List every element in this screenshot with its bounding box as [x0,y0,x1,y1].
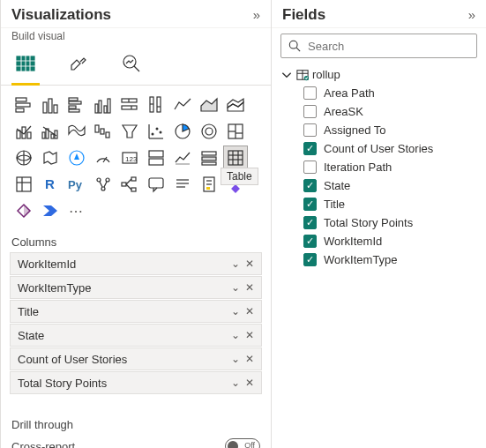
viz-azure-map[interactable] [64,146,89,170]
viz-r-visual[interactable]: R [38,172,63,197]
cross-report-toggle[interactable]: Off [225,438,260,448]
viz-py-visual[interactable]: Py [64,172,89,197]
chevron-down-icon [280,69,293,81]
viz-line-stacked-column[interactable] [11,119,36,144]
tab-analytics[interactable] [117,48,146,85]
chevron-down-icon[interactable]: ⌄ [229,281,242,294]
svg-rect-58 [149,151,163,157]
viz-stacked-area[interactable] [223,93,248,117]
viz-pie[interactable] [170,119,195,144]
field-item[interactable]: State [280,176,486,195]
viz-map[interactable] [11,146,36,170]
viz-stacked-bar[interactable] [11,93,36,117]
fields-pane: Fields » rollup Area PathAreaSKAssigned … [271,0,486,448]
column-well-item[interactable]: Title⌄✕ [10,300,262,323]
viz-multi-row-card[interactable] [144,146,168,170]
svg-rect-13 [54,105,57,113]
viz-stacked-column[interactable] [38,93,63,117]
viz-matrix[interactable] [11,172,36,197]
column-well-item[interactable]: WorkItemType⌄✕ [10,276,262,299]
svg-rect-80 [131,177,136,181]
viz-power-automate[interactable] [38,198,63,223]
field-item[interactable]: Area Path [280,84,486,102]
field-checkbox[interactable] [303,235,317,248]
column-well-item[interactable]: Count of User Stories⌄✕ [10,347,262,370]
viz-100-stacked-column[interactable] [144,93,168,117]
field-checkbox[interactable] [303,216,317,229]
remove-icon[interactable]: ✕ [243,329,256,341]
svg-rect-81 [131,188,136,191]
column-well-item[interactable]: State⌄✕ [10,324,262,347]
column-well-item[interactable]: WorkItemId⌄✕ [10,252,262,275]
field-item[interactable]: Iteration Path [280,158,486,176]
field-item[interactable]: Title [280,195,486,213]
field-checkbox[interactable] [303,123,317,137]
field-item[interactable]: Assigned To [280,121,486,139]
viz-filled-map[interactable] [38,146,63,170]
viz-treemap[interactable] [223,119,248,144]
chevron-down-icon[interactable]: ⌄ [229,258,242,270]
search-input[interactable] [306,39,469,54]
tab-build-visual[interactable] [11,48,40,86]
remove-icon[interactable]: ✕ [243,353,256,365]
search-field[interactable] [280,34,477,58]
drill-through-label: Drill through [1,414,271,435]
viz-card[interactable]: 123 [117,146,142,170]
viz-decomposition-tree[interactable] [117,172,142,197]
tab-format-visual[interactable] [64,48,93,85]
viz-table[interactable]: Table [223,146,248,170]
viz-qa[interactable] [144,172,168,197]
chevron-down-icon[interactable]: ⌄ [229,305,242,317]
chevron-down-icon[interactable]: ⌄ [229,329,242,341]
viz-donut[interactable] [197,119,221,144]
viz-kpi[interactable] [170,146,195,170]
viz-waterfall[interactable] [91,119,116,144]
viz-ribbon[interactable] [64,119,89,144]
chevron-down-icon[interactable]: ⌄ [229,377,242,389]
viz-gauge[interactable] [91,146,116,170]
remove-icon[interactable]: ✕ [243,258,256,270]
viz-line-clustered-column[interactable] [38,119,63,144]
svg-point-43 [156,128,159,131]
column-name: Count of User Stories [18,353,127,366]
field-checkbox[interactable] [303,86,317,100]
field-checkbox[interactable] [303,161,317,174]
svg-rect-32 [27,132,31,138]
field-item[interactable]: WorkItemId [280,232,486,250]
table-rollup[interactable]: rollup [280,65,486,84]
collapse-visualizations-icon[interactable]: » [251,5,262,24]
viz-100-stacked-bar[interactable] [117,93,142,117]
field-item[interactable]: Total Story Points [280,213,486,232]
field-checkbox[interactable] [303,105,317,118]
remove-icon[interactable]: ✕ [243,377,256,389]
viz-area[interactable] [197,93,221,117]
viz-power-apps[interactable] [11,198,36,223]
field-label: WorkItemType [324,253,398,266]
chevron-down-icon[interactable]: ⌄ [229,353,242,365]
viz-key-influencers[interactable] [91,172,116,197]
cross-report-label: Cross-report [11,440,75,449]
column-well-item[interactable]: Total Story Points⌄✕ [10,371,262,394]
field-item[interactable]: AreaSK [280,102,486,121]
field-item[interactable]: Count of User Stories [280,139,486,158]
remove-icon[interactable]: ✕ [243,281,256,294]
collapse-fields-icon[interactable]: » [467,5,477,24]
viz-clustered-column[interactable] [91,93,116,117]
viz-more[interactable]: ⋯ [64,198,89,223]
viz-line[interactable] [170,93,195,117]
viz-funnel[interactable] [117,119,142,144]
viz-paginated[interactable] [197,172,221,197]
field-checkbox[interactable] [303,198,317,211]
viz-slicer[interactable] [197,146,221,170]
field-checkbox[interactable] [303,253,317,266]
viz-clustered-bar[interactable] [64,93,89,117]
svg-rect-19 [99,101,101,113]
svg-rect-21 [108,99,110,113]
remove-icon[interactable]: ✕ [243,305,256,317]
viz-narrative[interactable] [170,172,195,197]
field-item[interactable]: WorkItemType [280,250,486,269]
field-label: Area Path [324,86,375,100]
field-checkbox[interactable] [303,142,317,155]
field-checkbox[interactable] [303,179,317,192]
viz-scatter[interactable] [144,119,168,144]
